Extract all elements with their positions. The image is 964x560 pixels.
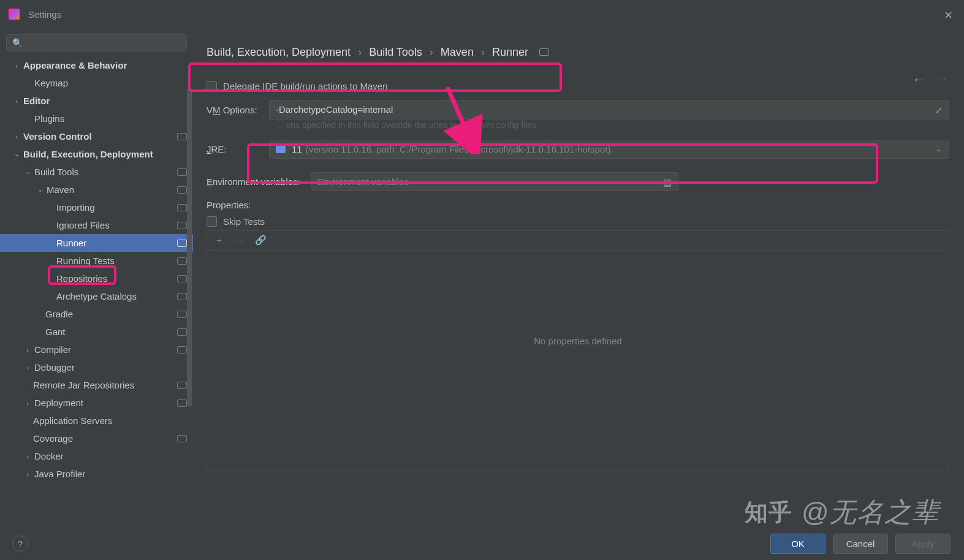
forward-icon[interactable]: →: [936, 72, 948, 86]
settings-sidebar: 🔍 ›Appearance & Behavior Keymap ›Editor …: [0, 28, 193, 527]
vm-options-label: VM Options:: [207, 105, 269, 115]
project-badge-icon: [177, 435, 187, 442]
env-label: Environment variables:: [207, 176, 311, 187]
breadcrumb-seg[interactable]: Build, Execution, Deployment: [207, 46, 351, 59]
settings-tree: ›Appearance & Behavior Keymap ›Editor Pl…: [0, 56, 193, 483]
tree-coverage[interactable]: Coverage: [0, 429, 193, 447]
link-icon[interactable]: 🔗: [255, 235, 267, 246]
tree-runner[interactable]: Runner: [0, 234, 193, 252]
tree-remotejar[interactable]: Remote Jar Repositories: [0, 376, 193, 394]
history-nav: ← →: [913, 72, 948, 86]
remove-icon[interactable]: —: [235, 235, 244, 246]
properties-toolbar: ＋ — 🔗: [207, 231, 949, 251]
tree-gant[interactable]: Gant: [0, 323, 193, 341]
ok-button[interactable]: OK: [770, 534, 825, 554]
skip-tests-row: Skip Tests: [207, 216, 949, 227]
add-icon[interactable]: ＋: [214, 235, 224, 246]
properties-box: ＋ — 🔗 No properties defined: [207, 230, 949, 471]
env-input[interactable]: Environment variables ▤: [311, 172, 678, 191]
folder-icon: [276, 145, 286, 153]
delegate-checkbox[interactable]: [207, 81, 217, 91]
project-badge-icon: [177, 293, 187, 300]
tree-bed[interactable]: ⌄Build, Execution, Deployment: [0, 145, 193, 163]
help-icon[interactable]: ?: [12, 535, 28, 551]
env-row: Environment variables: Environment varia…: [207, 172, 949, 191]
tree-appservers[interactable]: Application Servers: [0, 412, 193, 429]
dialog-footer: ? OK Cancel Apply: [0, 527, 964, 560]
search-wrap: 🔍: [6, 34, 187, 51]
project-badge-icon: [177, 240, 187, 247]
tree-repos[interactable]: Repositories: [0, 270, 193, 287]
project-badge-icon: [177, 328, 187, 336]
properties-label: Properties:: [207, 200, 949, 210]
delegate-label: Delegate IDE build/run actions to Maven: [223, 81, 387, 91]
project-badge-icon: [177, 399, 187, 407]
tree-buildtools[interactable]: ⌄Build Tools: [0, 163, 193, 181]
vm-options-input[interactable]: -DarchetypeCatalog=internal ⤢: [269, 100, 949, 119]
delegate-row: Delegate IDE build/run actions to Maven: [207, 81, 949, 91]
window-title: Settings: [28, 9, 61, 20]
breadcrumb-seg[interactable]: Build Tools: [369, 46, 422, 59]
project-badge-icon: [177, 186, 187, 194]
cancel-button[interactable]: Cancel: [833, 534, 888, 554]
project-badge-icon: [177, 346, 187, 354]
tree-ignored[interactable]: Ignored Files: [0, 216, 193, 234]
tree-maven[interactable]: ⌄Maven: [0, 181, 193, 199]
settings-content: Build, Execution, Deployment› Build Tool…: [193, 28, 964, 527]
project-badge-icon: [177, 275, 187, 282]
tree-arch[interactable]: Archetype Catalogs: [0, 287, 193, 305]
jre-row: JRE: 11 (version 11.0.16, path: C:/Progr…: [207, 140, 949, 159]
skip-tests-checkbox[interactable]: [207, 216, 217, 227]
title-bar: Settings ✕: [0, 0, 964, 28]
tree-editor[interactable]: ›Editor: [0, 92, 193, 110]
project-badge-icon: [539, 48, 549, 56]
list-icon[interactable]: ▤: [663, 177, 672, 188]
tree-gradle[interactable]: Gradle: [0, 305, 193, 323]
breadcrumb: Build, Execution, Deployment› Build Tool…: [207, 39, 949, 65]
tree-importing[interactable]: Importing: [0, 199, 193, 216]
sidebar-scrollbar[interactable]: [187, 88, 192, 407]
project-badge-icon: [177, 382, 187, 389]
tree-runtests[interactable]: Running Tests: [0, 252, 193, 270]
properties-empty-text: No properties defined: [534, 336, 621, 346]
tree-compiler[interactable]: ›Compiler: [0, 341, 193, 358]
back-icon[interactable]: ←: [913, 72, 925, 86]
breadcrumb-seg[interactable]: Maven: [441, 46, 474, 59]
vm-row: VM Options: -DarchetypeCatalog=internal …: [207, 100, 949, 119]
close-icon[interactable]: ✕: [944, 9, 953, 22]
jre-label: JRE:: [207, 144, 269, 154]
apply-button[interactable]: Apply: [895, 534, 951, 554]
breadcrumb-current: Runner: [492, 46, 528, 59]
jre-select[interactable]: 11 (version 11.0.16, path: C:/Program Fi…: [269, 140, 949, 159]
tree-javaprof[interactable]: ›Java Profiler: [0, 465, 193, 483]
project-badge-icon: [177, 222, 187, 229]
tree-deployment[interactable]: ›Deployment: [0, 394, 193, 412]
project-badge-icon: [177, 168, 187, 176]
search-icon: 🔍: [12, 38, 23, 48]
tree-debugger[interactable]: ›Debugger: [0, 358, 193, 376]
tree-vcs[interactable]: ›Version Control: [0, 127, 193, 145]
tree-keymap[interactable]: Keymap: [0, 74, 193, 92]
chevron-down-icon: ⌄: [936, 145, 941, 153]
tree-docker[interactable]: ›Docker: [0, 447, 193, 465]
tree-plugins[interactable]: Plugins: [0, 110, 193, 127]
project-badge-icon: [177, 311, 187, 318]
project-badge-icon: [177, 133, 187, 140]
project-badge-icon: [177, 204, 187, 211]
search-input[interactable]: [6, 34, 187, 51]
intellij-logo-icon: [9, 9, 20, 20]
expand-icon[interactable]: ⤢: [935, 105, 943, 115]
vm-help-text: ... ons specified in this field override…: [276, 120, 536, 130]
tree-appearance[interactable]: ›Appearance & Behavior: [0, 56, 193, 74]
project-badge-icon: [177, 257, 187, 265]
